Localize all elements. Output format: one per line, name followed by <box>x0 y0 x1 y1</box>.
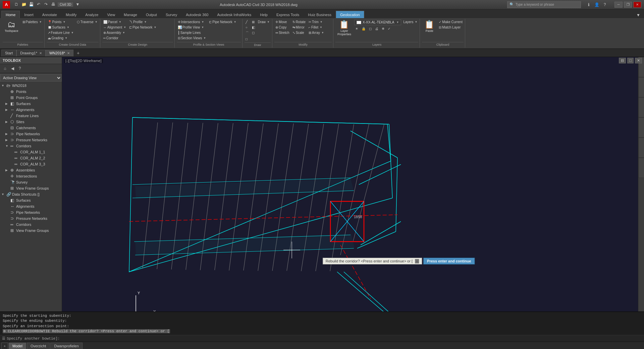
layers-dropdown-btn[interactable]: Layers ▼ <box>402 19 418 24</box>
open-btn[interactable]: 📁 <box>21 1 27 7</box>
doc-tab-wn2018[interactable]: WN2018* ✕ <box>46 50 73 56</box>
move-btn[interactable]: ✛ Move <box>274 19 290 24</box>
layer-icon-btn3[interactable]: ◻ <box>368 26 373 31</box>
pipe-network-btn[interactable]: ⊏ Pipe Network ▼ <box>128 25 157 30</box>
tree-item-cor-alm-1-1[interactable]: ═ COR_ALM 1_1 <box>0 149 62 155</box>
feature-line-btn[interactable]: ↗ Feature Line ▼ <box>47 30 75 35</box>
tree-item-cor-alm-3-3[interactable]: ═ COR_ALM 3_3 <box>0 161 62 167</box>
tree-item-view-frame-groups[interactable]: ⊞ View Frame Groups <box>0 185 62 191</box>
layer-icon-btn4[interactable]: 🖨 <box>374 26 379 31</box>
fillet-btn[interactable]: ⌐ Fillet ▼ <box>308 25 325 30</box>
viewport-restore-btn[interactable]: ⊟ <box>619 58 626 63</box>
tab-geolocation[interactable]: Geolocation <box>336 11 364 18</box>
tab-autodesk360[interactable]: Autodesk 360 <box>181 11 213 18</box>
right-tab-5[interactable] <box>638 138 644 158</box>
info-btn[interactable]: ℹ <box>586 2 592 8</box>
command-input-field[interactable] <box>61 337 642 341</box>
restore-btn[interactable]: ❐ <box>624 2 632 8</box>
make-current-btn[interactable]: ✓ Make Current <box>438 19 464 24</box>
layer-icon-btn2[interactable]: 🔒 <box>361 26 367 31</box>
tree-item-ds-surfaces[interactable]: ◧ Surfaces <box>0 197 62 203</box>
new-tab-btn[interactable]: + <box>75 50 82 56</box>
section-views-btn[interactable]: ⊟ Section Views ▼ <box>177 36 207 41</box>
tab-view[interactable]: View <box>103 11 119 18</box>
viewport-close-btn[interactable]: ✕ <box>635 58 642 63</box>
tab-analyze[interactable]: Analyze <box>81 11 103 18</box>
sample-lines-btn[interactable]: ┃ Sample Lines <box>177 30 207 35</box>
right-tab-3[interactable] <box>638 97 644 117</box>
wipeout-btn[interactable]: ◻ <box>251 30 256 35</box>
corridor-btn[interactable]: ═ Corridor <box>102 36 127 41</box>
help-btn[interactable]: ? <box>602 2 608 8</box>
tab-insert[interactable]: Insert <box>20 11 38 18</box>
drawing1-close-btn[interactable]: ✕ <box>39 51 42 55</box>
tree-item-ds-view-frame-groups[interactable]: ⊞ View Frame Groups <box>0 228 62 234</box>
tab-home[interactable]: Home <box>1 11 20 18</box>
mirror-btn[interactable]: ⇆ Mirror <box>291 25 307 30</box>
press-enter-continue-btn[interactable]: Press enter and continue <box>423 258 475 264</box>
doc-tab-drawing1[interactable]: Drawing1* ✕ <box>16 50 46 56</box>
right-tab-6[interactable] <box>638 158 644 178</box>
question-icon[interactable]: ? <box>17 65 23 71</box>
tab-huiz[interactable]: Huiz Business <box>304 11 336 18</box>
wn2018-close-btn[interactable]: ✕ <box>67 51 70 55</box>
tab-express[interactable]: Express Tools <box>272 11 304 18</box>
ribbon-options-btn[interactable]: ▼ <box>635 12 641 18</box>
tab-help[interactable]: Help <box>256 11 272 18</box>
hatch-btn[interactable]: ⊠ <box>251 19 256 24</box>
array-btn[interactable]: ⊞ Array ▼ <box>308 30 325 35</box>
tree-item-alignments[interactable]: ▶ ↔ Alignments <box>0 107 62 113</box>
profile-btn[interactable]: 〽 Profile ▼ <box>128 19 157 24</box>
rect-btn[interactable]: □ <box>245 37 250 42</box>
stretch-btn[interactable]: ⇔ Stretch <box>274 30 290 35</box>
tree-item-ds-alignments[interactable]: ↔ Alignments <box>0 203 62 209</box>
tree-item-catchments[interactable]: ⊟ Catchments <box>0 125 62 131</box>
tree-item-ds-pipe-networks[interactable]: ⊃ Pipe Networks <box>0 209 62 215</box>
tree-item-ds-pressure-networks[interactable]: ⊃ Pressure Networks <box>0 215 62 221</box>
tree-item-wn2018[interactable]: ▼ 🗁 WN2018 <box>0 83 62 89</box>
search-box[interactable]: 🔍 Type a keyword or phrase <box>507 1 581 8</box>
match-layer-btn[interactable]: ⊟ Match Layer <box>438 25 464 30</box>
doc-tab-start[interactable]: Start <box>1 50 16 56</box>
tab-annotate[interactable]: Annotate <box>38 11 61 18</box>
scale-btn[interactable]: ⤡ Scale <box>291 30 307 35</box>
surfaces-btn[interactable]: 🔲 Surfaces ▼ <box>47 25 75 30</box>
rotate-btn[interactable]: ↻ Rotate <box>291 19 307 24</box>
plot-btn[interactable]: 🖶 <box>50 1 56 7</box>
tree-item-sites[interactable]: ▶ ⬡ Sites <box>0 119 62 125</box>
new-layout-btn[interactable]: + <box>1 343 8 349</box>
circle-btn[interactable]: ○ <box>245 25 250 30</box>
app-icon[interactable]: A <box>3 1 10 8</box>
minimize-btn[interactable]: ─ <box>614 2 623 8</box>
grading-btn[interactable]: ⛰ Grading ▼ <box>47 36 75 41</box>
layer-icon-btn1[interactable]: ☀ <box>354 26 359 31</box>
tab-modify[interactable]: Modify <box>61 11 81 18</box>
tab-output[interactable]: Output <box>142 11 161 18</box>
tab-manage[interactable]: Manage <box>119 11 142 18</box>
prompt-question-box[interactable]: Rebuild the corridor? <Press enter and c… <box>323 258 422 264</box>
trim-btn[interactable]: ✂ Trim ▼ <box>308 19 325 24</box>
home-icon[interactable]: ⌂ <box>2 65 8 71</box>
back-icon[interactable]: ◀ <box>9 65 15 71</box>
paste-btn[interactable]: 📋 Paste <box>422 19 437 34</box>
overzicht-tab[interactable]: Overzicht <box>27 343 50 349</box>
profile-view-btn[interactable]: 📊 Profile View ▼ <box>177 25 207 30</box>
redo-btn[interactable]: ↷ <box>43 1 49 7</box>
close-btn[interactable]: ✕ <box>633 2 641 8</box>
draw-dropdown-btn[interactable]: Draw▼ <box>257 19 271 24</box>
copy-btn[interactable]: ⊕ Copy <box>274 25 290 30</box>
ps-pipe-network-btn[interactable]: ⊏ Pipe Network ▼ <box>208 19 237 24</box>
tree-item-points[interactable]: ⊕ Points <box>0 89 62 95</box>
alignment-btn[interactable]: ↔ Alignment ▼ <box>102 25 127 30</box>
viewport[interactable]: [-][Top][2D Wireframe] ⊟ □ ✕ <box>62 57 644 311</box>
layer-properties-btn[interactable]: 📋 LayerProperties <box>335 19 353 37</box>
toolspace-btn[interactable]: 🗂 Toolspace <box>3 19 20 34</box>
points-btn[interactable]: 📍 Points ▼ <box>47 19 75 24</box>
tree-view-dropdown[interactable]: Active Drawing View Master View <box>0 74 62 82</box>
tree-item-pressure-networks[interactable]: ▶ ⊃ Pressure Networks <box>0 137 62 143</box>
tab-infraworks[interactable]: Autodesk InfraWorks <box>213 11 256 18</box>
tree-item-ds-corridors[interactable]: ═ Corridors <box>0 221 62 228</box>
undo-btn[interactable]: ↶ <box>36 1 42 7</box>
traverse-btn[interactable]: ⬡ Traverse ▼ <box>76 19 99 24</box>
tree-item-point-groups[interactable]: ⊞ Point Groups <box>0 95 62 101</box>
